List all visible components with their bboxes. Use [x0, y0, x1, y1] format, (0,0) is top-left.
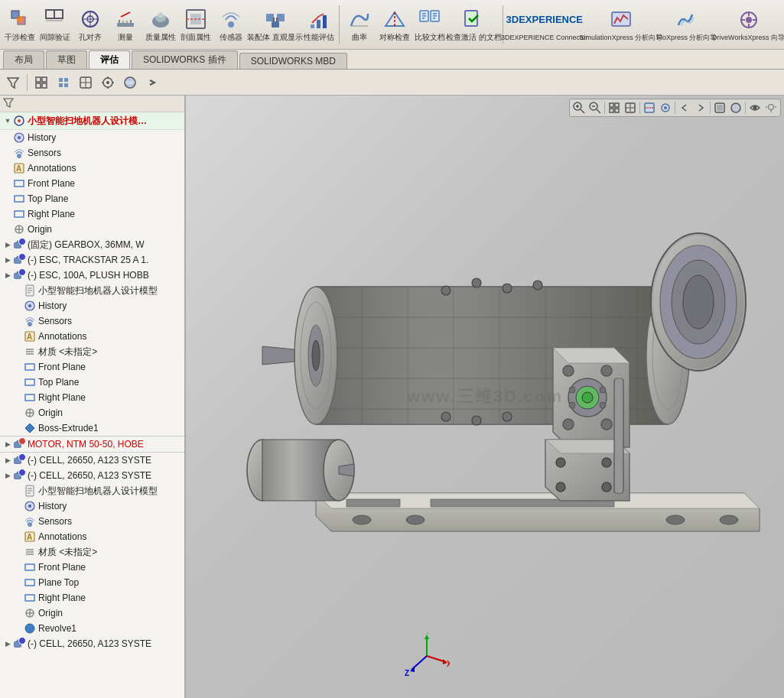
perf-eval-tool[interactable]: 性能评估: [302, 3, 336, 46]
floxpress-tool[interactable]: FloXpress 分析向导: [659, 3, 714, 46]
view-check-tool[interactable]: 间隙验证: [38, 3, 72, 46]
expand-sub-model-2[interactable]: [14, 487, 23, 495]
tab-solidworks-mbd[interactable]: SOLIDWORKS MBD: [239, 53, 347, 69]
tree-item-material-2[interactable]: 材质 <未指定>: [0, 544, 184, 560]
more-tool[interactable]: [142, 73, 162, 93]
check-active-tool[interactable]: 检查激活 的文档: [448, 3, 499, 46]
expand-top-plane-2[interactable]: [14, 378, 23, 386]
tree-item-sensors-3[interactable]: Sensors: [0, 514, 184, 529]
section-props-tool[interactable]: 剖面属性: [179, 3, 213, 46]
tree-item-front-plane-3[interactable]: Front Plane: [0, 560, 184, 575]
light-btn[interactable]: [763, 100, 779, 115]
expand-top-plane-1[interactable]: [3, 195, 12, 203]
tree-item-esc-100a[interactable]: ▶(-) ESC, 100A, PLUSH HOBB: [0, 268, 184, 283]
expand-history-1[interactable]: [3, 134, 12, 141]
tree-item-material-1[interactable]: 材质 <未指定>: [0, 344, 184, 359]
tree-item-history-1[interactable]: History: [0, 130, 184, 145]
expand-history-3[interactable]: [14, 502, 23, 510]
expand-boss-extrude1[interactable]: [14, 424, 23, 432]
grid-tool[interactable]: [31, 73, 51, 93]
compare-docs-tool[interactable]: 比较文档: [413, 3, 447, 46]
view-orient-btn[interactable]: [623, 100, 638, 115]
render-tool[interactable]: [120, 73, 140, 93]
sensors-tool[interactable]: 传感器: [214, 3, 248, 46]
expand-right-plane-1[interactable]: [3, 210, 12, 218]
prev-view-btn[interactable]: [677, 100, 692, 115]
hide-show-btn[interactable]: [747, 100, 763, 115]
zoom-fit-btn[interactable]: [607, 100, 622, 115]
expand-front-plane-1[interactable]: [3, 180, 12, 187]
tree-item-top-plane-3[interactable]: Plane Top: [0, 575, 184, 590]
tree-item-top-plane-1[interactable]: Top Plane: [0, 191, 184, 206]
tree-root[interactable]: ▼ 小型智能扫地机器人设计模型 (D: [0, 112, 184, 130]
tree-item-top-plane-2[interactable]: Top Plane: [0, 375, 184, 390]
tree-item-annotations-3[interactable]: AAnnotations: [0, 529, 184, 544]
tree-item-sensors-2[interactable]: Sensors: [0, 313, 184, 329]
expand-annotations-2[interactable]: [14, 333, 23, 340]
expand-gearbox[interactable]: ▶: [3, 241, 12, 248]
tree-item-annotations-1[interactable]: AAnnotations: [0, 161, 184, 176]
measure-tool[interactable]: 测量: [109, 3, 142, 46]
expand-motor[interactable]: ▶: [3, 440, 12, 448]
interference-check-tool[interactable]: 干涉检查: [3, 3, 37, 46]
tab-evaluate[interactable]: 评估: [89, 50, 130, 69]
tree-item-esc-trackstar[interactable]: ▶(-) ESC, TRACKSTAR 25 A 1.: [0, 252, 184, 268]
render-mode-btn[interactable]: [728, 100, 743, 115]
expand-origin-3[interactable]: [14, 609, 23, 617]
expand-esc-trackstar[interactable]: ▶: [3, 256, 12, 264]
tab-solidworks-plugin[interactable]: SOLIDWORKS 插件: [132, 50, 238, 69]
tree-item-cell-26650-3[interactable]: ▶(-) CELL, 26650, A123 SYSTE: [0, 636, 184, 651]
display-style-btn[interactable]: [712, 100, 727, 115]
filter-tool[interactable]: [3, 73, 23, 93]
expand-cell-26650-1[interactable]: ▶: [3, 456, 12, 464]
filter-icon[interactable]: [3, 97, 14, 110]
tree-item-sensors-1[interactable]: Sensors: [0, 145, 184, 161]
mass-props-tool[interactable]: 质量属性: [144, 3, 177, 46]
tree-item-revolve1[interactable]: Revolve1: [0, 621, 184, 636]
align-tool[interactable]: [98, 73, 118, 93]
expand-esc-100a[interactable]: ▶: [3, 271, 12, 279]
expand-cell-26650-3[interactable]: ▶: [3, 640, 12, 648]
tree-item-cell-26650-2[interactable]: ▶(-) CELL, 26650, A123 SYSTE: [0, 468, 184, 483]
expand-revolve1[interactable]: [14, 625, 23, 632]
expand-front-plane-3[interactable]: [14, 563, 23, 571]
tree-item-motor[interactable]: ▶MOTOR, NTM 50-50, HOBE: [0, 437, 184, 452]
expand-sensors-2[interactable]: [14, 317, 23, 325]
tree-item-origin-2[interactable]: Origin: [0, 405, 184, 420]
hole-align-tool[interactable]: 孔对齐: [73, 3, 107, 46]
tree-item-history-3[interactable]: History: [0, 498, 184, 514]
expand-cell-26650-2[interactable]: ▶: [3, 472, 12, 479]
driveworks-tool[interactable]: DriveWorksXpress 向导: [716, 3, 781, 46]
view-orient-tool[interactable]: [76, 73, 96, 93]
expand-sensors-3[interactable]: [14, 518, 23, 525]
tree-item-front-plane-1[interactable]: Front Plane: [0, 176, 184, 191]
root-expand[interactable]: ▼: [3, 117, 12, 125]
expand-right-plane-2[interactable]: [14, 394, 23, 401]
tree-item-annotations-2[interactable]: AAnnotations: [0, 329, 184, 344]
expand-origin-1[interactable]: [3, 226, 12, 233]
viewport[interactable]: www.三维3D.com Y X Z: [186, 96, 784, 698]
expand-top-plane-3[interactable]: [14, 579, 23, 586]
simxpress-tool[interactable]: SimulationXpress 分析向导: [584, 3, 658, 46]
snap-tool[interactable]: [54, 73, 73, 93]
tree-item-origin-3[interactable]: Origin: [0, 605, 184, 621]
tree-item-right-plane-2[interactable]: Right Plane: [0, 390, 184, 405]
tree-item-boss-extrude1[interactable]: Boss-Extrude1: [0, 420, 184, 436]
tree-item-front-plane-2[interactable]: Front Plane: [0, 359, 184, 375]
tree-item-history-2[interactable]: History: [0, 298, 184, 313]
next-view-btn[interactable]: [693, 100, 708, 115]
zoom-in-btn[interactable]: [571, 100, 587, 115]
expand-sensors-1[interactable]: [3, 149, 12, 157]
expand-history-2[interactable]: [14, 302, 23, 310]
section-view-btn[interactable]: [642, 100, 657, 115]
tab-layout[interactable]: 布局: [3, 50, 44, 69]
check-sym-tool[interactable]: 对称检查: [378, 3, 412, 46]
tree-item-origin-1[interactable]: Origin: [0, 222, 184, 237]
expand-annotations-3[interactable]: [14, 533, 23, 541]
expand-origin-2[interactable]: [14, 409, 23, 417]
expand-front-plane-2[interactable]: [14, 363, 23, 371]
tree-item-right-plane-1[interactable]: Right Plane: [0, 206, 184, 222]
3dexperience-tool[interactable]: 3DEXPERIENCE 3DEXPERIENCE Connector: [506, 3, 583, 46]
expand-material-1[interactable]: [14, 348, 23, 355]
curvature-tool[interactable]: 曲率: [343, 3, 376, 46]
